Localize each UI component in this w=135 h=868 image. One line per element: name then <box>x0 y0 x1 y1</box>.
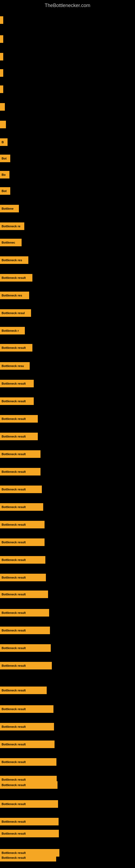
bar-row-24: Bottleneck result <box>0 415 38 423</box>
bar-row-50: Bottleneck result <box>0 854 56 862</box>
bar-28: Bottleneck result <box>0 486 42 493</box>
bar-row-11: Bot <box>0 187 10 195</box>
bar-23: Bottleneck result <box>0 397 34 405</box>
bar-row-37: Bottleneck result <box>0 644 51 652</box>
site-title: TheBottlenecker.com <box>0 0 135 10</box>
bar-47: Bottleneck result <box>0 818 58 826</box>
bar-18: Bottleneck resul <box>0 309 31 317</box>
bar-row-41: Bottleneck result <box>0 723 54 731</box>
bar-row-46: Bottleneck result <box>0 800 58 808</box>
bar-2 <box>0 35 3 43</box>
bar-row-28: Bottleneck result <box>0 486 42 493</box>
bar-13: Bottleneck re <box>0 222 24 230</box>
bar-6 <box>0 103 5 111</box>
bar-row-19: Bottleneck r <box>0 327 25 335</box>
bar-row-20: Bottleneck result <box>0 344 32 351</box>
bar-row-36: Bottleneck result <box>0 627 50 634</box>
bar-33: Bottleneck result <box>0 574 46 581</box>
bar-30: Bottleneck result <box>0 521 45 528</box>
bar-row-7 <box>0 121 6 128</box>
bar-31: Bottleneck result <box>0 538 45 546</box>
bar-row-9: Bot <box>0 155 10 162</box>
bar-row-30: Bottleneck result <box>0 521 45 528</box>
bar-row-39: Bottleneck result <box>0 686 47 694</box>
bar-row-18: Bottleneck resul <box>0 309 31 317</box>
bar-8: B <box>0 138 8 146</box>
bar-48: Bottleneck result <box>0 830 59 837</box>
bar-5 <box>0 86 3 93</box>
bar-9: Bot <box>0 155 10 162</box>
bar-17: Bottleneck res <box>0 291 29 299</box>
bar-row-2 <box>0 35 3 43</box>
bar-35: Bottleneck result <box>0 609 49 617</box>
bar-39: Bottleneck result <box>0 686 47 694</box>
bar-row-17: Bottleneck res <box>0 291 29 299</box>
bar-row-25: Bottleneck result <box>0 433 38 440</box>
bar-34: Bottleneck result <box>0 590 48 598</box>
bar-row-22: Bottleneck result <box>0 380 34 388</box>
bar-16: Bottleneck result <box>0 274 32 282</box>
bar-row-26: Bottleneck result <box>0 450 41 458</box>
bar-20: Bottleneck result <box>0 344 32 351</box>
bar-12: Bottlene <box>0 205 19 212</box>
bar-37: Bottleneck result <box>0 644 51 652</box>
bar-22: Bottleneck result <box>0 380 34 388</box>
bar-row-23: Bottleneck result <box>0 397 34 405</box>
bar-row-8: B <box>0 138 8 146</box>
bar-29: Bottleneck result <box>0 503 43 511</box>
bar-row-6 <box>0 103 5 111</box>
bar-32: Bottleneck result <box>0 556 45 564</box>
bar-row-1 <box>0 16 3 24</box>
bar-42: Bottleneck result <box>0 741 54 748</box>
bar-45: Bottleneck result <box>0 781 57 789</box>
bar-26: Bottleneck result <box>0 450 41 458</box>
bar-46: Bottleneck result <box>0 800 58 808</box>
bar-row-43: Bottleneck result <box>0 758 56 766</box>
bar-15: Bottleneck res <box>0 256 28 264</box>
bar-row-33: Bottleneck result <box>0 574 46 581</box>
bar-row-48: Bottleneck result <box>0 830 59 837</box>
bar-25: Bottleneck result <box>0 433 38 440</box>
bar-3 <box>0 53 3 61</box>
bar-40: Bottleneck result <box>0 705 53 713</box>
bar-4 <box>0 69 3 77</box>
bar-7 <box>0 121 6 128</box>
bar-row-42: Bottleneck result <box>0 741 54 748</box>
bar-43: Bottleneck result <box>0 758 56 766</box>
bar-24: Bottleneck result <box>0 415 38 423</box>
bar-row-31: Bottleneck result <box>0 538 45 546</box>
bar-row-4 <box>0 69 3 77</box>
chart-area: TheBottlenecker.com BBotBoBotBottleneBot… <box>0 0 135 868</box>
bar-row-15: Bottleneck res <box>0 256 28 264</box>
bar-row-14: Bottlenec <box>0 239 21 246</box>
bar-row-13: Bottleneck re <box>0 222 24 230</box>
bar-11: Bot <box>0 187 10 195</box>
bar-row-35: Bottleneck result <box>0 609 49 617</box>
bar-row-12: Bottlene <box>0 205 19 212</box>
bar-19: Bottleneck r <box>0 327 25 335</box>
bar-50: Bottleneck result <box>0 854 56 862</box>
bar-row-45: Bottleneck result <box>0 781 57 789</box>
bar-14: Bottlenec <box>0 239 21 246</box>
bar-row-3 <box>0 53 3 61</box>
bar-row-40: Bottleneck result <box>0 705 53 713</box>
bar-27: Bottleneck result <box>0 468 41 475</box>
bar-36: Bottleneck result <box>0 627 50 634</box>
bar-row-32: Bottleneck result <box>0 556 45 564</box>
bar-row-34: Bottleneck result <box>0 590 48 598</box>
bar-row-38: Bottleneck result <box>0 662 52 670</box>
bar-row-16: Bottleneck result <box>0 274 32 282</box>
bar-41: Bottleneck result <box>0 723 54 731</box>
bar-row-47: Bottleneck result <box>0 818 58 826</box>
bar-10: Bo <box>0 171 9 179</box>
bar-row-10: Bo <box>0 171 9 179</box>
bar-row-5 <box>0 86 3 93</box>
bar-1 <box>0 16 3 24</box>
bar-row-27: Bottleneck result <box>0 468 41 475</box>
bar-row-21: Bottleneck resu <box>0 362 30 370</box>
bar-row-29: Bottleneck result <box>0 503 43 511</box>
bar-38: Bottleneck result <box>0 662 52 670</box>
bar-21: Bottleneck resu <box>0 362 30 370</box>
